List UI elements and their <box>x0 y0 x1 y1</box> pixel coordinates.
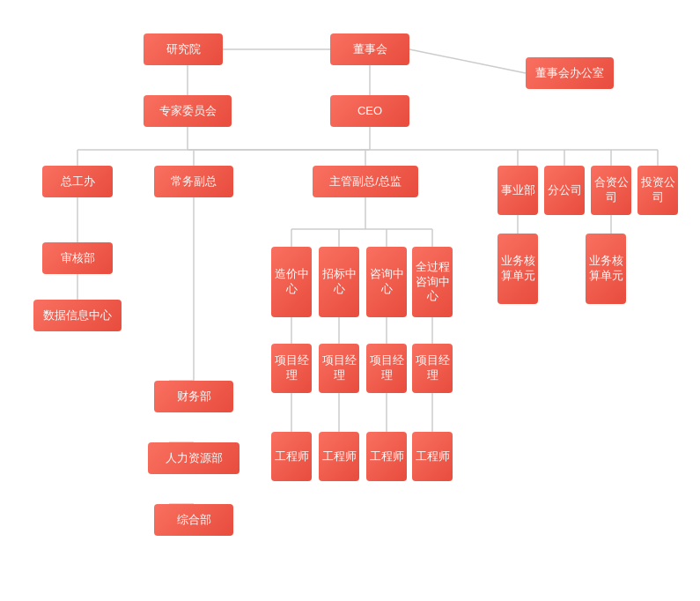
svg-line-1 <box>409 49 526 73</box>
node-shujuxinxi: 数据信息中心 <box>33 300 122 331</box>
node-dongshihui: 董事会 <box>330 33 409 65</box>
node-zaojiazhongxin: 造价中心 <box>271 247 312 317</box>
node-shieyebu: 事业部 <box>497 166 538 215</box>
node-quanguozixun: 全过程咨询中心 <box>412 247 453 317</box>
node-dongshihuioffice: 董事会办公室 <box>526 57 614 89</box>
node-fengongsi: 分公司 <box>544 166 585 215</box>
node-xiangmu3: 项目经理 <box>366 344 407 393</box>
node-hezigongsi: 合资公司 <box>591 166 631 215</box>
node-gongcheng4: 工程师 <box>412 432 453 481</box>
org-chart: 研究院董事会董事会办公室专家委员会CEO总工办常务副总主管副总/总监事业部分公司… <box>0 0 700 601</box>
node-changwufuzong: 常务副总 <box>154 166 233 197</box>
node-zonggongban: 总工办 <box>42 166 113 197</box>
node-ceo: CEO <box>330 95 409 127</box>
node-shenhebv: 审核部 <box>42 242 113 274</box>
node-touzigongsi: 投资公司 <box>637 166 678 215</box>
node-zhuguan: 主管副总/总监 <box>313 166 418 197</box>
node-yanjiuyuan: 研究院 <box>144 33 223 65</box>
node-gongcheng1: 工程师 <box>271 432 312 481</box>
node-xiangmu4: 项目经理 <box>412 344 453 393</box>
node-renli: 人力资源部 <box>148 442 239 474</box>
node-caiwubu: 财务部 <box>154 381 233 412</box>
node-gongcheng2: 工程师 <box>319 432 359 481</box>
node-yewu1: 业务核算单元 <box>497 234 538 304</box>
node-xiangmu1: 项目经理 <box>271 344 312 393</box>
node-gongcheng3: 工程师 <box>366 432 407 481</box>
node-yewu2: 业务核算单元 <box>586 234 626 304</box>
node-zhaobiaozhongxin: 招标中心 <box>319 247 359 317</box>
node-zhuanjia: 专家委员会 <box>144 95 232 127</box>
node-zixunzhongxin: 咨询中心 <box>366 247 407 317</box>
node-zonghebu: 综合部 <box>154 504 233 536</box>
node-xiangmu2: 项目经理 <box>319 344 359 393</box>
